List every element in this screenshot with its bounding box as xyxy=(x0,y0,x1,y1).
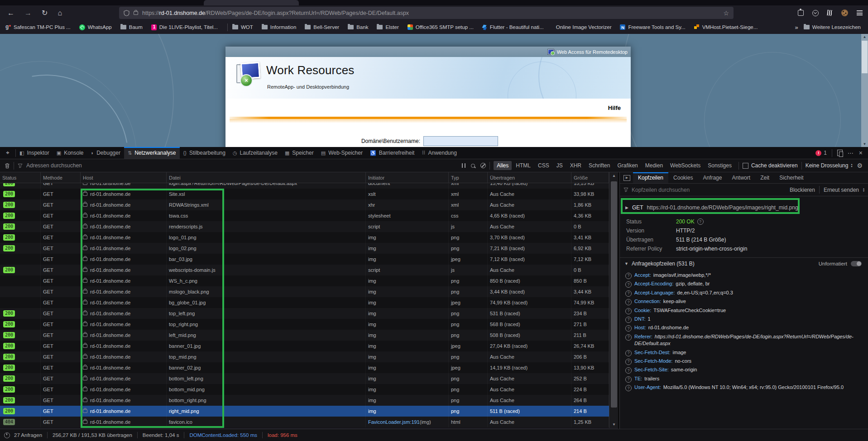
header-row[interactable]: ?User-Agent: Mozilla/5.0 (Windows NT 10.… xyxy=(620,383,864,392)
bookmark-item[interactable]: Safescan TM-PC Plus ... xyxy=(5,24,71,30)
table-row[interactable]: 200GETrd-01.dnshome.detswa.cssstylesheet… xyxy=(0,210,609,221)
header-row[interactable]: ?Accept-Encoding: gzip, deflate, br xyxy=(620,280,864,288)
tab-laufzeitanalyse[interactable]: ◷Laufzeitanalyse xyxy=(229,147,281,159)
details-tab-kopfzeilen[interactable]: Kopfzeilen xyxy=(633,172,668,183)
responsive-design-icon[interactable] xyxy=(837,150,843,156)
header-row[interactable]: ?TE: trailers xyxy=(620,375,864,383)
details-tab-cookies[interactable]: Cookies xyxy=(668,172,698,183)
disable-cache-checkbox[interactable]: Cache deaktivieren xyxy=(743,162,798,169)
filter-urls-input[interactable]: Adressen durchsuchen xyxy=(18,162,458,169)
filter-js[interactable]: JS xyxy=(553,161,566,170)
table-row[interactable]: 200GETrd-01.dnshome.deSite.xslxsltxmlAus… xyxy=(0,189,609,199)
question-icon[interactable]: ? xyxy=(625,317,632,323)
expand-triangle-icon[interactable]: ▶ xyxy=(625,205,628,210)
block-button[interactable]: Blockieren xyxy=(790,187,815,193)
table-row[interactable]: 200GETrd-01.dnshome.delogo_01.pngimgpng3… xyxy=(0,232,609,243)
bookmark-item[interactable]: Die 1LIVE-Playlist, Titel... xyxy=(151,24,218,30)
question-icon[interactable]: ? xyxy=(625,308,632,314)
header-row[interactable]: ?Referer: https://rd-01.dnshome.de/RDWeb… xyxy=(620,332,864,348)
filter-alles[interactable]: Alles xyxy=(494,161,512,170)
table-row[interactable]: 200GETrd-01.dnshome.deRDWAStrings.xmlxhr… xyxy=(0,199,609,210)
throttling-select[interactable]: Keine Drosselung ▴▾ xyxy=(806,162,853,169)
filter-headers-placeholder[interactable]: Kopfzeilen durchsuchen xyxy=(632,187,690,193)
table-row[interactable]: 200GETrd-01.dnshome.deleft_mid.pngimgpng… xyxy=(0,330,609,341)
filter-css[interactable]: CSS xyxy=(535,161,552,170)
question-icon[interactable]: ? xyxy=(625,350,632,356)
pocket-icon[interactable] xyxy=(812,10,819,16)
pick-element-icon[interactable]: ⌖ xyxy=(0,149,15,156)
initiator-link[interactable]: FaviconLoader.jsm:191 xyxy=(368,419,420,425)
table-row[interactable]: 200GETrd-01.dnshome.debanner_02.jpgimgjp… xyxy=(0,362,609,373)
request-headers-section[interactable]: ▼ Anfragekopfzeilen (531 B) Unformatiert xyxy=(620,257,868,270)
tab-konsole[interactable]: ▣Konsole xyxy=(53,147,87,159)
dock-sidebar-icon[interactable]: ▶ xyxy=(623,175,630,181)
bookmark-item[interactable]: Bank xyxy=(348,24,368,30)
performance-analysis-icon[interactable] xyxy=(4,432,10,438)
table-row[interactable]: 200GETrd-01.dnshome.delogin.aspx?ReturnU… xyxy=(0,183,609,189)
filter-websockets[interactable]: WebSockets xyxy=(667,161,704,170)
question-icon[interactable]: ? xyxy=(625,359,632,365)
tab-debugger[interactable]: ◗Debugger xyxy=(87,147,124,159)
bookmark-item[interactable]: VMHost.Pietaet-Siege... xyxy=(694,24,758,30)
filter-sonstiges[interactable]: Sonstiges xyxy=(705,161,735,170)
column-header-übertragen[interactable]: Übertragen xyxy=(488,172,571,183)
devtools-close-icon[interactable]: × xyxy=(859,149,863,156)
bookmark-item[interactable]: Flutter - Beautiful nati... xyxy=(482,24,544,30)
bookmark-item[interactable]: Bell-Server xyxy=(305,24,339,30)
reload-icon[interactable]: ↻ xyxy=(42,9,48,17)
column-header-typ[interactable]: Typ xyxy=(449,172,488,183)
details-tab-zeit[interactable]: Zeit xyxy=(755,172,774,183)
header-row[interactable]: ?Connection: keep-alive xyxy=(620,297,864,306)
devtools-meatball-icon[interactable]: ⋯ xyxy=(848,150,854,156)
filter-schriften[interactable]: Schriften xyxy=(585,161,613,170)
tab-inspektor[interactable]: ◧Inspektor xyxy=(16,147,53,159)
bookmark-item[interactable]: Office365 SMTP setup ... xyxy=(408,24,474,30)
column-header-datei[interactable]: Datei xyxy=(167,172,366,183)
bookmark-item[interactable]: Baum xyxy=(120,24,143,30)
table-row[interactable]: 200GETrd-01.dnshome.debottom_right.pngim… xyxy=(0,395,609,406)
tab-web-speicher[interactable]: ▤Web-Speicher xyxy=(317,147,366,159)
raw-toggle[interactable] xyxy=(851,261,862,266)
lock-icon[interactable] xyxy=(134,11,138,15)
tab-netzwerkanalyse[interactable]: ⇅Netzwerkanalyse xyxy=(124,147,180,159)
tab-stilbearbeitung[interactable]: {}Stilbearbeitung xyxy=(180,147,229,159)
details-tab-antwort[interactable]: Antwort xyxy=(727,172,755,183)
details-tab-anfrage[interactable]: Anfrage xyxy=(698,172,727,183)
header-row[interactable]: ?Sec-Fetch-Mode: no-cors xyxy=(620,357,864,365)
table-row[interactable]: GETrd-01.dnshome.demslogo_black.pngimgpn… xyxy=(0,286,609,297)
table-row[interactable]: 200GETrd-01.dnshome.derenderscripts.jssc… xyxy=(0,221,609,232)
extension-icon[interactable] xyxy=(798,10,804,16)
header-row[interactable]: ?Sec-Fetch-Site: same-origin xyxy=(620,365,864,374)
header-row[interactable]: ?DNT: 1 xyxy=(620,315,864,323)
table-row[interactable]: 200GETrd-01.dnshome.dewebscripts-domain.… xyxy=(0,265,609,275)
question-icon[interactable]: ? xyxy=(625,273,632,279)
table-row[interactable]: 200GETrd-01.dnshome.delogo_02.pngimgpng7… xyxy=(0,243,609,254)
table-scrollbar[interactable]: ▲ ▼ xyxy=(609,172,618,428)
filter-xhr[interactable]: XHR xyxy=(567,161,585,170)
library-icon[interactable] xyxy=(827,9,833,16)
bookmark-item[interactable]: Freeware Tools and Sy... xyxy=(620,24,685,30)
shield-icon[interactable] xyxy=(124,10,129,16)
clear-requests-icon[interactable] xyxy=(5,163,10,169)
table-row[interactable]: 404GETrd-01.dnshome.defavicon.icoFavicon… xyxy=(0,417,609,427)
url-text[interactable]: https://rd-01.dnshome.de/RDWeb/Pages/de-… xyxy=(142,10,409,16)
username-field[interactable] xyxy=(423,136,498,146)
question-icon[interactable]: ? xyxy=(625,376,632,383)
question-icon[interactable]: ? xyxy=(625,281,632,288)
back-icon[interactable]: ← xyxy=(7,9,14,17)
home-icon[interactable]: ⌂ xyxy=(58,9,62,17)
table-row[interactable]: 200GETrd-01.dnshome.deright_mid.pngimgpn… xyxy=(0,406,609,417)
table-row[interactable]: GETrd-01.dnshome.deWS_h_c.pngimgpng850 B… xyxy=(0,275,609,286)
question-icon[interactable]: ? xyxy=(625,334,632,341)
column-header-status[interactable]: Status xyxy=(0,172,41,183)
bookmark-item[interactable]: Information xyxy=(262,24,297,30)
error-counter[interactable]: ! 1 xyxy=(815,150,827,156)
bookmarks-overflow-icon[interactable]: » xyxy=(795,24,797,31)
header-row[interactable]: ?Accept: image/avif,image/webp,*/* xyxy=(620,271,864,280)
column-header-methode[interactable]: Methode xyxy=(41,172,81,183)
question-icon[interactable]: ? xyxy=(625,299,632,305)
tab-anwendung[interactable]: ⠿Anwendung xyxy=(418,147,460,159)
page-scrollbar[interactable]: ▲ ▼ xyxy=(861,34,868,147)
table-row[interactable]: 200GETrd-01.dnshome.debottom_left.pngimg… xyxy=(0,373,609,384)
table-row[interactable]: GETrd-01.dnshome.debg_globe_01.jpgimgjpe… xyxy=(0,297,609,308)
